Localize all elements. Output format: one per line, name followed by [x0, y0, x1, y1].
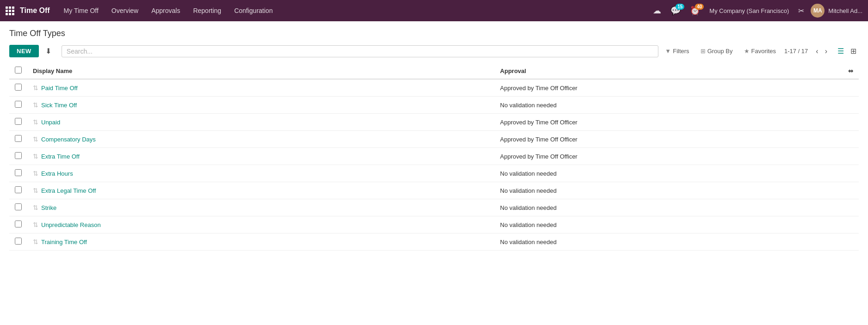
chat-icon-btn[interactable]: 💬 15 [668, 6, 683, 16]
nav-overview[interactable]: Overview [105, 0, 145, 21]
col-header-expand: ⇔ [843, 63, 859, 79]
support-icon-btn[interactable]: ☁ [650, 6, 664, 16]
search-input[interactable] [67, 48, 654, 55]
toolbar: NEW ⬇ ▼ Filters ⊞ Group By ★ Favorites 1… [9, 45, 859, 57]
view-toggle: ‹ › [813, 46, 830, 57]
row-expand-cell [843, 114, 859, 131]
table-body: ⇅ Paid Time Off Approved by Time Off Off… [9, 79, 859, 251]
search-bar [62, 45, 659, 57]
company-name: My Company (San Francisco) [709, 7, 789, 14]
expand-icon[interactable]: ⇔ [848, 67, 853, 74]
row-checkbox-cell [9, 216, 27, 233]
row-display-name: ⇅ Extra Time Off [27, 148, 495, 165]
navbar-right: ☁ 💬 15 ⏰ 40 My Company (San Francisco) ✂… [650, 4, 862, 18]
row-display-name: ⇅ Extra Legal Time Off [27, 182, 495, 199]
app-brand[interactable]: Time Off [6, 6, 50, 15]
row-checkbox-cell [9, 131, 27, 148]
row-name-link[interactable]: ⇅ Unpredictable Reason [33, 221, 489, 228]
page-title: Time Off Types [9, 29, 859, 38]
filters-button[interactable]: ▼ Filters [662, 46, 692, 56]
row-checkbox[interactable] [15, 84, 22, 91]
activity-badge: 40 [695, 4, 704, 10]
row-checkbox-cell [9, 199, 27, 216]
drag-handle-icon[interactable]: ⇅ [33, 84, 38, 92]
nav-my-time-off[interactable]: My Time Off [57, 0, 105, 21]
col-header-approval: Approval [495, 63, 843, 79]
drag-handle-icon[interactable]: ⇅ [33, 170, 38, 177]
user-name: Mitchell Ad... [828, 7, 862, 14]
grid-icon [6, 6, 14, 15]
row-expand-cell [843, 131, 859, 148]
row-checkbox-cell [9, 165, 27, 182]
header-checkbox-cell [9, 63, 27, 79]
row-checkbox[interactable] [15, 152, 22, 159]
activity-icon-btn[interactable]: ⏰ 40 [687, 6, 703, 16]
drag-handle-icon[interactable]: ⇅ [33, 187, 38, 194]
row-checkbox[interactable] [15, 203, 22, 210]
view-mode-toggle: ☰ ⊞ [835, 45, 859, 57]
row-checkbox[interactable] [15, 101, 22, 108]
drag-handle-icon[interactable]: ⇅ [33, 118, 38, 126]
list-view-button[interactable]: ☰ [835, 45, 846, 57]
row-checkbox-cell [9, 182, 27, 199]
row-approval: Approved by Time Off Officer [495, 148, 843, 165]
row-name-link[interactable]: ⇅ Sick Time Off [33, 101, 489, 109]
navbar: Time Off My Time Off Overview Approvals … [0, 0, 868, 21]
drag-handle-icon[interactable]: ⇅ [33, 101, 38, 109]
prev-page-button[interactable]: ‹ [813, 46, 820, 57]
row-expand-cell [843, 165, 859, 182]
row-checkbox[interactable] [15, 118, 22, 125]
row-checkbox-cell [9, 233, 27, 251]
select-all-checkbox[interactable] [15, 67, 22, 74]
row-checkbox[interactable] [15, 186, 22, 193]
avatar[interactable]: MA [811, 4, 825, 18]
table-row: ⇅ Unpaid Approved by Time Off Officer [9, 114, 859, 131]
nav-configuration[interactable]: Configuration [228, 0, 279, 21]
settings-icon-btn[interactable]: ✂ [795, 6, 807, 15]
row-checkbox[interactable] [15, 169, 22, 176]
drag-handle-icon[interactable]: ⇅ [33, 238, 38, 245]
groupby-button[interactable]: ⊞ Group By [698, 46, 736, 56]
col-header-display-name: Display Name [27, 63, 495, 79]
row-display-name: ⇅ Paid Time Off [27, 79, 495, 97]
row-checkbox[interactable] [15, 135, 22, 142]
row-name-link[interactable]: ⇅ Extra Time Off [33, 153, 489, 160]
row-name-link[interactable]: ⇅ Extra Legal Time Off [33, 187, 489, 194]
row-name-link[interactable]: ⇅ Training Time Off [33, 238, 489, 245]
row-display-name: ⇅ Compensatory Days [27, 131, 495, 148]
row-display-name: ⇅ Training Time Off [27, 233, 495, 251]
row-name-link[interactable]: ⇅ Unpaid [33, 118, 489, 126]
row-approval: Approved by Time Off Officer [495, 114, 843, 131]
table-row: ⇅ Paid Time Off Approved by Time Off Off… [9, 79, 859, 97]
page-content: Time Off Types NEW ⬇ ▼ Filters ⊞ Group B… [0, 21, 868, 258]
pagination-info: 1-17 / 17 [784, 48, 808, 55]
row-name-link[interactable]: ⇅ Compensatory Days [33, 135, 489, 143]
kanban-view-button[interactable]: ⊞ [848, 45, 859, 57]
row-expand-cell [843, 233, 859, 251]
row-expand-cell [843, 216, 859, 233]
drag-handle-icon[interactable]: ⇅ [33, 135, 38, 143]
next-page-button[interactable]: › [823, 46, 830, 57]
drag-handle-icon[interactable]: ⇅ [33, 153, 38, 160]
download-button[interactable]: ⬇ [43, 45, 54, 57]
favorites-button[interactable]: ★ Favorites [741, 46, 779, 56]
drag-handle-icon[interactable]: ⇅ [33, 204, 38, 211]
row-expand-cell [843, 199, 859, 216]
row-checkbox[interactable] [15, 238, 22, 245]
toolbar-actions: ▼ Filters ⊞ Group By ★ Favorites 1-17 / … [662, 45, 859, 57]
time-off-types-table: Display Name Approval ⇔ ⇅ Paid Time Off … [9, 63, 859, 251]
row-approval: No validation needed [495, 216, 843, 233]
row-expand-cell [843, 148, 859, 165]
row-checkbox[interactable] [15, 221, 22, 227]
row-name-link[interactable]: ⇅ Paid Time Off [33, 84, 489, 92]
row-name-link[interactable]: ⇅ Strike [33, 204, 489, 211]
nav-approvals[interactable]: Approvals [145, 0, 186, 21]
row-name-link[interactable]: ⇅ Extra Hours [33, 170, 489, 177]
new-button[interactable]: NEW [9, 45, 39, 57]
app-title: Time Off [20, 6, 50, 15]
nav-reporting[interactable]: Reporting [186, 0, 228, 21]
nav-links: My Time Off Overview Approvals Reporting… [57, 0, 651, 21]
row-approval: No validation needed [495, 233, 843, 251]
drag-handle-icon[interactable]: ⇅ [33, 221, 38, 228]
table-row: ⇅ Strike No validation needed [9, 199, 859, 216]
